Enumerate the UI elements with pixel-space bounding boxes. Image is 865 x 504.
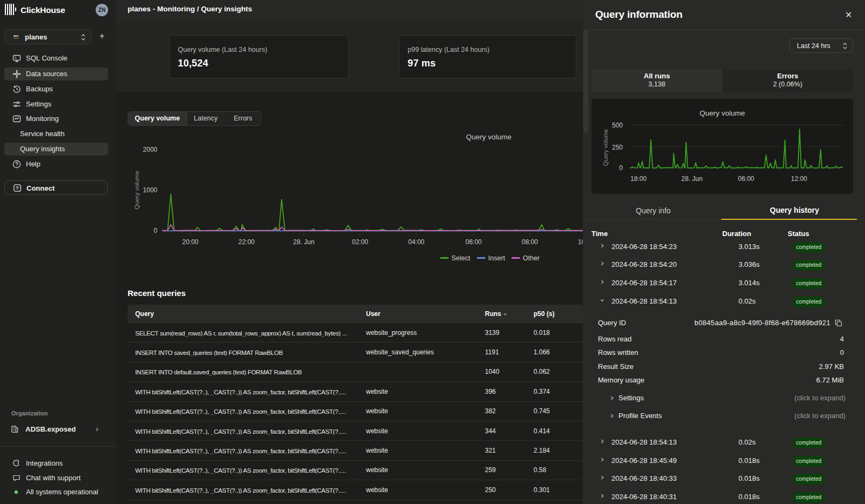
svg-text:22:00: 22:00 <box>238 238 255 246</box>
svg-text:12:00: 12:00 <box>791 175 807 183</box>
svg-text:250: 250 <box>612 144 623 151</box>
svg-text:Other: Other <box>523 254 540 262</box>
svg-text:08:00: 08:00 <box>522 238 538 246</box>
svg-text:Query volume: Query volume <box>134 171 140 210</box>
svg-text:2000: 2000 <box>143 146 157 153</box>
svg-text:Select: Select <box>451 254 470 262</box>
svg-text:06:00: 06:00 <box>738 175 754 183</box>
svg-text:1000: 1000 <box>143 186 157 194</box>
svg-text:Query volume: Query volume <box>700 109 745 117</box>
svg-text:aws: aws <box>14 35 18 38</box>
svg-text:0: 0 <box>154 227 157 234</box>
svg-text:Query volume: Query volume <box>602 129 609 166</box>
svg-text:Query volume: Query volume <box>466 133 511 141</box>
svg-text:18:00: 18:00 <box>630 175 647 183</box>
svg-text:28. Jun: 28. Jun <box>293 238 314 246</box>
svg-text:04:00: 04:00 <box>408 238 424 246</box>
svg-text:02:00: 02:00 <box>352 238 368 246</box>
svg-text:Insert: Insert <box>488 254 505 262</box>
svg-text:500: 500 <box>612 122 623 129</box>
svg-text:0: 0 <box>619 164 623 172</box>
svg-text:10:00: 10:00 <box>578 238 583 246</box>
svg-text:20:00: 20:00 <box>182 238 198 246</box>
svg-text:28. Jun: 28. Jun <box>681 175 702 183</box>
svg-text:06:00: 06:00 <box>465 238 482 246</box>
